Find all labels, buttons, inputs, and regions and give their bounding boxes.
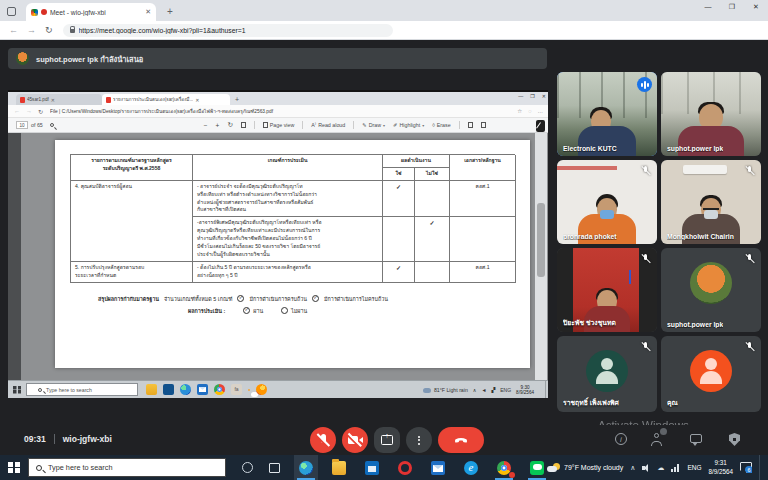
inner-explorer-icon[interactable] xyxy=(146,384,157,395)
inner-edge-icon[interactable] xyxy=(180,384,191,395)
meeting-details-button[interactable]: i xyxy=(615,433,627,445)
task-view-button[interactable] xyxy=(269,463,280,473)
pdf-search-icon[interactable] xyxy=(50,123,54,127)
inner-clock[interactable]: 9:308/9/2564 xyxy=(516,385,534,396)
pdf-viewer[interactable]: รายการตามเกณฑ์มาตรฐานหลักสูตร ระดับปริญญ… xyxy=(8,133,548,382)
more-options-button[interactable] xyxy=(406,427,432,453)
draw-button[interactable]: ✎Draw▾ xyxy=(362,122,385,128)
browser-tab-meet[interactable]: Meet - wio-jgfw-xbi ✕ xyxy=(26,3,156,21)
inner-new-tab-button[interactable]: + xyxy=(235,96,239,103)
inner-app-icon[interactable]: fa xyxy=(231,384,242,395)
page-number-field[interactable]: 10 xyxy=(16,121,28,129)
participant-tile[interactable]: Electronic KUTC xyxy=(557,72,657,156)
taskbar-clock[interactable]: 9:318/9/2564 xyxy=(708,459,733,475)
inner-weather[interactable]: 81°F Light rain xyxy=(423,387,468,393)
inner-tab-1[interactable]: 45sar1.pdf ✕ xyxy=(16,94,102,105)
opera-taskbar-button[interactable] xyxy=(393,455,417,480)
inner-network-icon[interactable]: ▞ xyxy=(491,387,495,393)
end-call-button[interactable] xyxy=(438,427,484,453)
chrome-taskbar-button[interactable] xyxy=(492,455,516,480)
store-taskbar-button[interactable] xyxy=(360,455,384,480)
read-aloud-button[interactable]: A⁾Read aloud xyxy=(311,122,345,128)
network-icon[interactable] xyxy=(671,464,680,472)
inner-firefox-icon[interactable] xyxy=(256,384,267,395)
mic-toggle-button[interactable] xyxy=(310,427,336,453)
refresh-icon[interactable]: ↻ xyxy=(45,25,53,35)
explorer-taskbar-button[interactable] xyxy=(327,455,351,480)
inner-mail-icon[interactable] xyxy=(197,384,208,395)
shared-screen[interactable]: 45sar1.pdf ✕ รายงานการประเมินตนเอง(sar)เ… xyxy=(8,90,548,398)
participant-tile[interactable]: Mongkholwit Chairin xyxy=(661,160,761,244)
back-icon[interactable]: ← xyxy=(9,25,18,35)
close-button[interactable]: ✕ xyxy=(744,0,768,14)
inner-close-button[interactable]: ✕ xyxy=(542,93,546,99)
line-taskbar-button[interactable] xyxy=(525,455,549,480)
inner-show-desktop[interactable] xyxy=(545,380,548,398)
zoom-in-icon[interactable]: + xyxy=(216,122,220,129)
inner-start-button[interactable] xyxy=(13,386,21,394)
edge-taskbar-button[interactable] xyxy=(294,455,318,480)
inner-forward-icon[interactable]: → xyxy=(26,108,32,114)
inner-menu-icon[interactable]: … xyxy=(538,108,544,114)
pdf-sidebar-strip[interactable] xyxy=(8,133,21,382)
participant-tile[interactable]: คุณ xyxy=(661,336,761,412)
rotate-icon[interactable]: ↻ xyxy=(227,121,232,129)
host-controls-button[interactable] xyxy=(728,433,742,447)
participant-tile[interactable]: ราชฤทธิ์ เพ็งเพ่งพิศ xyxy=(557,336,657,412)
language-indicator[interactable]: ENG xyxy=(687,464,701,471)
inner-tab-2-close-icon[interactable]: ✕ xyxy=(195,97,199,103)
inner-url-text[interactable]: File | C:/Users/Windows/Desktop/รายงานกา… xyxy=(50,107,430,115)
inner-line-active-highlight[interactable] xyxy=(248,389,250,391)
inner-tab-1-close-icon[interactable]: ✕ xyxy=(51,97,55,103)
ie-taskbar-button[interactable]: e xyxy=(459,455,483,480)
participants-button[interactable] xyxy=(650,433,664,447)
tab-close-icon[interactable]: ✕ xyxy=(145,8,151,16)
participant-tile[interactable]: suphot.power lpk xyxy=(661,72,761,156)
camera-toggle-button[interactable] xyxy=(342,427,368,453)
inner-back-icon[interactable]: ← xyxy=(14,108,20,114)
cortana-button[interactable] xyxy=(242,462,253,473)
highlight-button[interactable]: ✐Highlight▾ xyxy=(393,122,424,128)
fit-page-icon[interactable] xyxy=(241,122,246,128)
page-view-button[interactable]: Page view xyxy=(263,122,294,128)
inner-profile-icon[interactable]: ◌ xyxy=(528,108,531,114)
participant-tile[interactable]: pronrada phoket xyxy=(557,160,657,244)
start-button[interactable] xyxy=(8,462,20,474)
zoom-out-icon[interactable]: − xyxy=(204,122,208,129)
tab-search-icon[interactable] xyxy=(7,7,16,16)
show-desktop-button[interactable] xyxy=(759,455,762,480)
action-center-icon[interactable]: 6 xyxy=(740,462,752,473)
participant-tile[interactable]: suphot.power lpk xyxy=(661,248,761,332)
forward-icon[interactable]: → xyxy=(27,25,36,35)
pdf-scrollbar[interactable] xyxy=(535,133,547,382)
taskbar-search-box[interactable]: Type here to search xyxy=(28,458,226,477)
participant-tile[interactable]: ปิยะพัช ช่วงชุนทด xyxy=(557,248,657,332)
inner-tab-2-active[interactable]: รายงานการประเมินตนเอง(sar)เครื่องมื... ✕ xyxy=(102,94,230,105)
inner-volume-icon[interactable]: ◄ xyxy=(481,387,486,393)
weather-widget[interactable]: 79°F Mostly cloudy xyxy=(547,463,623,472)
present-button[interactable]: ↑ xyxy=(374,427,400,453)
chat-button[interactable] xyxy=(690,433,704,447)
inner-refresh-icon[interactable]: ↻ xyxy=(38,108,43,115)
pen-tool-button[interactable] xyxy=(536,120,545,132)
onedrive-icon[interactable]: ☁ xyxy=(657,464,664,472)
volume-icon[interactable] xyxy=(642,464,650,472)
inner-chrome-icon[interactable] xyxy=(214,384,225,395)
tray-chevron-icon[interactable]: ∧ xyxy=(630,464,635,472)
new-tab-button[interactable]: + xyxy=(164,6,176,18)
inner-search-box[interactable]: Type here to search xyxy=(26,383,138,396)
scrollbar-thumb[interactable] xyxy=(537,203,545,278)
print-icon[interactable] xyxy=(468,122,473,128)
inner-favorites-icon[interactable]: ☆ xyxy=(517,108,522,114)
url-field[interactable]: https://meet.google.com/wio-jgfw-xbi?pli… xyxy=(63,24,393,37)
inner-minimize-button[interactable]: — xyxy=(518,93,523,99)
inner-maximize-button[interactable]: ❐ xyxy=(530,93,534,99)
save-icon[interactable] xyxy=(481,122,486,128)
minimize-button[interactable]: — xyxy=(696,0,720,14)
maximize-button[interactable]: ❐ xyxy=(720,0,744,14)
erase-button[interactable]: ◊Erase xyxy=(432,122,450,128)
inner-store-icon[interactable] xyxy=(163,384,174,395)
mail-taskbar-button[interactable] xyxy=(426,455,450,480)
inner-tray-chevron-icon[interactable]: ∧ xyxy=(473,387,477,393)
inner-language-label[interactable]: ENG xyxy=(500,387,511,393)
